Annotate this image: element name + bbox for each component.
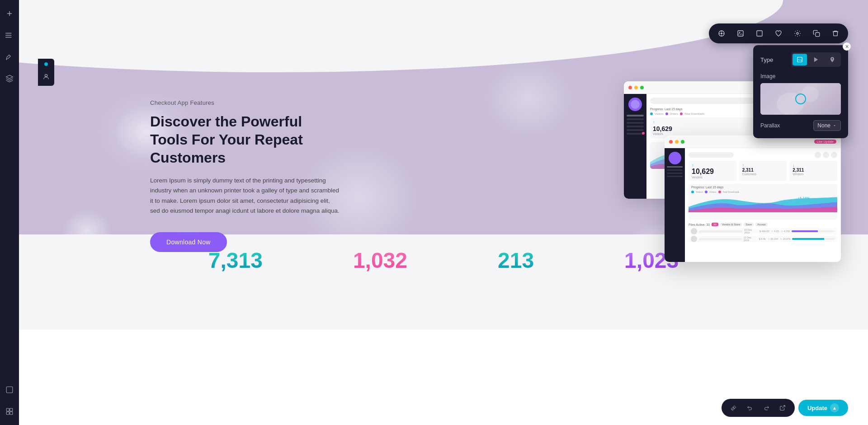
layers-icon[interactable] (3, 72, 16, 85)
user-icon[interactable] (41, 71, 52, 82)
square-icon[interactable] (753, 27, 766, 40)
svg-rect-21 (797, 57, 802, 62)
map-tab[interactable] (825, 54, 840, 65)
dot-yellow (634, 86, 638, 89)
svg-rect-16 (738, 31, 743, 36)
ss-front-body: ↑ 10,629 Vendors ↑ 2,311 Customers ↓ (665, 148, 841, 262)
ss-row-line-2 (699, 238, 742, 240)
ss-num-1: 10,629 (692, 168, 733, 176)
ss-row-avatar-1 (691, 228, 697, 234)
plus-icon[interactable] (3, 7, 16, 20)
image-tab[interactable] (793, 54, 807, 65)
bottom-stat-num-2: 1,032 (353, 248, 407, 273)
bottom-stat-3: 213 (498, 248, 534, 273)
ss-num-2: 2,311 (742, 168, 784, 173)
dot-yellow-2 (675, 140, 679, 144)
live-badge: Live Update (814, 140, 836, 144)
hero-section: Checkout App Features Discover the Power… (19, 0, 868, 330)
thumbnail-selector[interactable] (795, 93, 806, 104)
undo-icon[interactable] (744, 402, 756, 414)
ss-chart-lg: Progress: Last 15 days Visitors Orders T… (689, 184, 837, 220)
svg-rect-20 (816, 33, 820, 37)
svg-point-11 (721, 33, 722, 34)
svg-rect-1 (5, 35, 12, 36)
svg-rect-6 (6, 412, 9, 415)
gear-icon[interactable] (791, 27, 804, 40)
ss-progress-2 (792, 238, 835, 240)
hero-body: Lorem Ipsum is simply dummy text of the … (150, 176, 340, 216)
parallax-value: None (817, 122, 830, 129)
active-dot (44, 62, 48, 66)
svg-rect-3 (6, 387, 13, 393)
dot-red-2 (669, 140, 673, 144)
ss-row-avatar-2 (691, 236, 697, 242)
image-icon[interactable] (734, 27, 747, 40)
svg-marker-22 (814, 57, 818, 62)
svg-rect-7 (10, 412, 13, 415)
close-icon[interactable]: ✕ (843, 42, 851, 51)
update-label: Update (807, 405, 827, 411)
bottom-stat-num-3: 213 (498, 248, 534, 273)
bottom-stat-2: 1,032 (353, 248, 407, 273)
bottom-toolbar: Update ▲ (722, 399, 848, 417)
target-icon[interactable] (715, 27, 728, 40)
ss-avatar (669, 152, 681, 164)
type-panel: ✕ Type Image Parallax (753, 45, 848, 138)
type-tabs (791, 52, 841, 67)
screenshot-front: Live Update (665, 135, 841, 262)
video-tab[interactable] (809, 54, 823, 65)
wand-icon[interactable] (728, 402, 740, 414)
left-panel (38, 59, 54, 86)
ss-row-line-1 (699, 230, 742, 233)
parallax-select[interactable]: None (813, 120, 841, 131)
ss-back-sidebar (624, 94, 646, 199)
ss-topbar (689, 152, 837, 158)
hero-subtitle: Checkout App Features (150, 99, 340, 106)
svg-text:+4.74%: +4.74% (797, 196, 809, 199)
download-now-button[interactable]: Download Now (150, 232, 227, 252)
external-link-icon[interactable] (777, 402, 788, 414)
parallax-label: Parallax (760, 122, 780, 129)
page-icon[interactable] (3, 383, 16, 396)
ss-table-row-2: 12 Dec 2019 $ 8.4k ☆ 15,234 ☆ 14,679 (689, 236, 837, 242)
svg-rect-2 (5, 37, 12, 38)
ss-lbl-1: Vendors (692, 176, 733, 179)
ss-stat-front-2: ↑ 2,311 Customers (739, 161, 787, 181)
dot-green (640, 86, 644, 89)
svg-point-8 (45, 75, 47, 77)
menu-icon[interactable] (3, 29, 16, 42)
svg-rect-0 (5, 33, 12, 34)
ss-lbl-3: Vendors (793, 173, 834, 176)
parallax-row: Parallax None (760, 120, 841, 131)
ss-chart-label: Progress: Last 15 days (689, 184, 837, 191)
update-button[interactable]: Update ▲ (798, 400, 848, 416)
trash-icon[interactable] (829, 27, 842, 40)
image-thumbnail[interactable] (760, 83, 841, 115)
ss-front-sidebar (665, 148, 685, 262)
image-label: Image (760, 73, 841, 79)
hero-content: Checkout App Features Discover the Power… (150, 99, 340, 252)
ss-front-search (689, 152, 734, 158)
dot-green-2 (681, 140, 684, 144)
copy-icon[interactable] (810, 27, 823, 40)
ss-table-row-1: 10 Dec 2019 $ 460.00 ☆ 4.25 ☆ 4,230 (689, 228, 837, 234)
brush-icon[interactable] (3, 51, 16, 63)
main-area: Checkout App Features Discover the Power… (19, 0, 868, 425)
svg-rect-4 (6, 408, 9, 411)
bt-tools-group (722, 399, 795, 417)
dot-red (628, 86, 632, 89)
widget-icon[interactable] (3, 405, 16, 418)
svg-point-19 (797, 33, 798, 34)
svg-rect-5 (10, 408, 13, 411)
svg-rect-18 (757, 31, 762, 36)
svg-point-17 (739, 32, 741, 33)
redo-icon[interactable] (760, 402, 772, 414)
ss-stats-front: ↑ 10,629 Vendors ↑ 2,311 Customers ↓ (689, 161, 837, 181)
left-sidebar (0, 0, 19, 425)
heart-icon[interactable] (772, 27, 785, 40)
ss-stat-front-1: ↑ 10,629 Vendors (689, 161, 736, 181)
ss-stat-front-3: ↓ 2,311 Vendors (789, 161, 837, 181)
ss-lbl-2: Customers (742, 173, 784, 176)
update-chevron[interactable]: ▲ (830, 403, 839, 412)
type-label: Type (760, 56, 773, 63)
